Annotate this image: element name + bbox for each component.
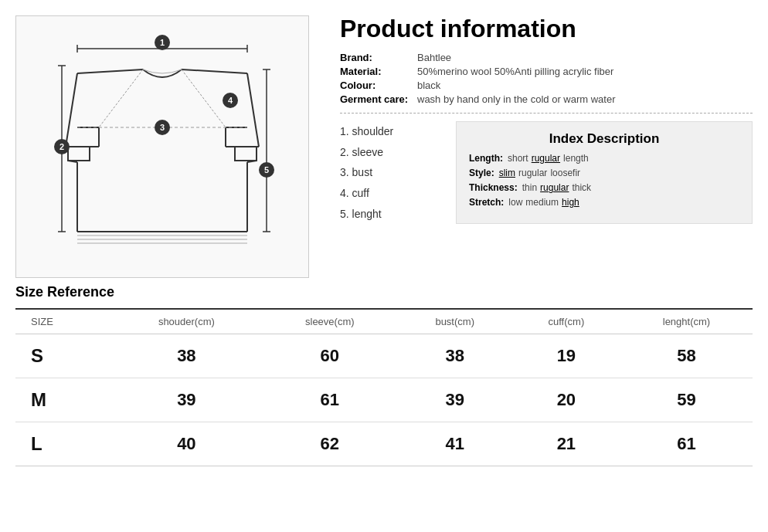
length-rugular: rugular <box>532 153 560 164</box>
style-slim: slim <box>499 168 515 178</box>
col-length: lenght(cm) <box>620 310 753 334</box>
info-table: Brand: Bahtlee Material: 50%merino wool … <box>340 52 753 105</box>
material-label: Material: <box>340 66 417 77</box>
measurement-item-5: 5. lenght <box>340 204 440 225</box>
care-value: wash by hand only in the cold or warm wa… <box>417 93 616 105</box>
table-row: M 39 61 39 20 59 <box>15 378 753 422</box>
length-short: short <box>508 153 528 164</box>
thickness-thin: thin <box>522 182 537 193</box>
cuff-s: 19 <box>512 334 620 378</box>
size-m: M <box>15 378 111 422</box>
shoulder-l: 40 <box>111 422 262 466</box>
index-length-row: Length: short rugular length <box>469 153 739 164</box>
svg-line-42 <box>99 69 143 127</box>
stretch-high: high <box>562 197 579 208</box>
thickness-rugular: rugular <box>540 182 569 193</box>
size-s: S <box>15 334 111 378</box>
top-section: 1 2 <box>15 15 753 300</box>
svg-text:5: 5 <box>264 165 269 175</box>
sleeve-m: 61 <box>262 378 398 422</box>
colour-label: Colour: <box>340 80 417 91</box>
thickness-label: Thickness: <box>469 182 518 193</box>
svg-rect-14 <box>68 147 90 161</box>
sleeve-l: 62 <box>262 422 398 466</box>
cuff-l: 21 <box>512 422 620 466</box>
measurement-item-1: 1. shoulder <box>340 121 440 142</box>
divider <box>340 113 753 114</box>
bottom-info: 1. shoulder 2. sleeve 3. bust 4. cuff 5.… <box>340 121 753 224</box>
measurement-list: 1. shoulder 2. sleeve 3. bust 4. cuff 5.… <box>340 121 440 224</box>
index-style-row: Style: slim rugular loosefir <box>469 168 739 178</box>
diagram-section: 1 2 <box>15 15 317 300</box>
thickness-thick: thick <box>572 182 591 193</box>
table-row: L 40 62 41 21 61 <box>15 422 753 466</box>
bust-l: 41 <box>398 422 512 466</box>
svg-text:4: 4 <box>228 96 233 105</box>
svg-line-43 <box>182 69 226 127</box>
index-stretch-row: Stretch: low medium high <box>469 197 739 208</box>
size-l: L <box>15 422 111 466</box>
stretch-label: Stretch: <box>469 197 504 208</box>
sleeve-s: 60 <box>262 334 398 378</box>
col-sleeve: sleeve(cm) <box>262 310 398 334</box>
brand-row: Brand: Bahtlee <box>340 52 753 63</box>
bust-m: 39 <box>398 378 512 422</box>
svg-rect-22 <box>235 147 257 161</box>
index-description-box: Index Description Length: short rugular … <box>456 121 753 224</box>
product-title: Product information <box>340 15 753 42</box>
shoulder-s: 38 <box>111 334 262 378</box>
col-cuff: cuff(cm) <box>512 310 620 334</box>
care-label: Germent care: <box>340 93 417 105</box>
material-row: Material: 50%merino wool 50%Anti pilling… <box>340 66 753 77</box>
main-container: 1 2 <box>0 0 768 466</box>
index-thickness-row: Thickness: thin rugular thick <box>469 182 739 193</box>
svg-line-20 <box>247 73 259 147</box>
size-reference-label: Size Reference <box>15 284 317 300</box>
colour-value: black <box>417 80 440 91</box>
index-description-title: Index Description <box>469 131 739 147</box>
table-header-row: SIZE shouder(cm) sleeve(cm) bust(cm) cuf… <box>15 310 753 334</box>
col-size: SIZE <box>15 310 111 334</box>
brand-label: Brand: <box>340 52 417 63</box>
care-row: Germent care: wash by hand only in the c… <box>340 93 753 105</box>
svg-text:1: 1 <box>160 38 165 47</box>
svg-line-12 <box>66 73 77 147</box>
svg-text:2: 2 <box>59 142 64 151</box>
table-row: S 38 60 38 19 58 <box>15 334 753 378</box>
stretch-medium: medium <box>525 197 559 208</box>
col-bust: bust(cm) <box>398 310 512 334</box>
svg-text:3: 3 <box>160 123 165 132</box>
length-l: 61 <box>620 422 753 466</box>
measurement-item-3: 3. bust <box>340 162 440 183</box>
style-loosefir: loosefir <box>550 168 580 178</box>
style-label: Style: <box>469 168 494 178</box>
size-table: SIZE shouder(cm) sleeve(cm) bust(cm) cuf… <box>15 310 753 466</box>
shoulder-m: 39 <box>111 378 262 422</box>
product-info: Product information Brand: Bahtlee Mater… <box>340 15 753 300</box>
svg-line-11 <box>182 69 247 73</box>
length-s: 58 <box>620 334 753 378</box>
stretch-low: low <box>508 197 522 208</box>
length-length: length <box>563 153 589 164</box>
measurement-item-2: 2. sleeve <box>340 142 440 163</box>
length-label: Length: <box>469 153 503 164</box>
style-rugular: rugular <box>518 168 547 178</box>
diagram-wrapper: 1 2 <box>15 15 309 278</box>
col-shoulder: shouder(cm) <box>111 310 262 334</box>
measurement-item-4: 4. cuff <box>340 183 440 204</box>
brand-value: Bahtlee <box>417 52 451 63</box>
bust-s: 38 <box>398 334 512 378</box>
material-value: 50%merino wool 50%Anti pilling acrylic f… <box>417 66 613 77</box>
length-m: 59 <box>620 378 753 422</box>
size-table-section: SIZE shouder(cm) sleeve(cm) bust(cm) cuf… <box>15 308 753 466</box>
colour-row: Colour: black <box>340 80 753 91</box>
svg-line-10 <box>77 69 143 73</box>
cuff-m: 20 <box>512 378 620 422</box>
